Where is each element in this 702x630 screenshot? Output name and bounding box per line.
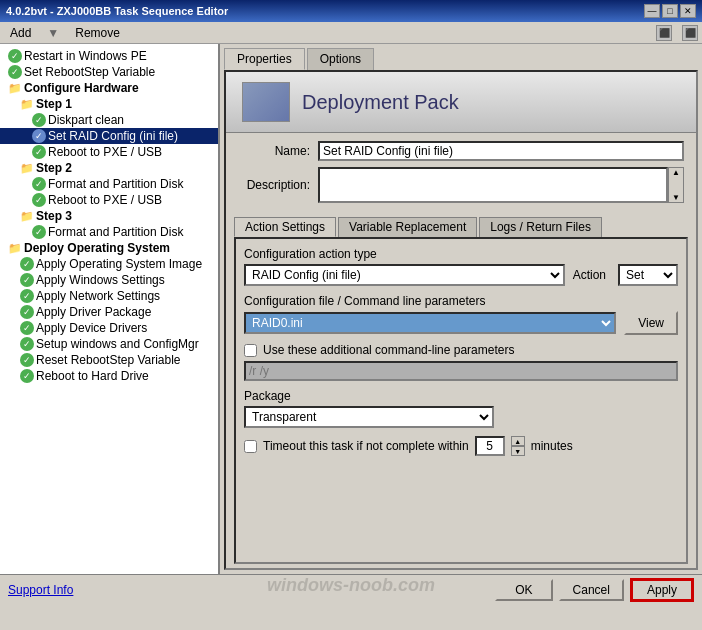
minimize-button[interactable]: — (644, 4, 660, 18)
bottom-bar: Support Info OK Cancel Apply (0, 574, 702, 604)
tree-item-apply-windows-settings[interactable]: ✓ Apply Windows Settings (0, 272, 218, 288)
timeout-checkbox[interactable] (244, 440, 257, 453)
menu-remove[interactable]: Remove (69, 24, 126, 42)
content-area: Deployment Pack Name: Description: ▲ ▼ (224, 70, 698, 570)
tree-label: Step 2 (36, 161, 72, 175)
description-textarea[interactable] (318, 167, 668, 203)
config-type-row: RAID Config (ini file) Action Set (244, 264, 678, 286)
left-panel: ✓ Restart in Windows PE ✓ Set RebootStep… (0, 44, 220, 574)
config-file-select[interactable]: RAID0.ini (244, 312, 616, 334)
tree-item-diskpart-clean[interactable]: ✓ Diskpart clean (0, 112, 218, 128)
right-panel: Properties Options Deployment Pack Name:… (220, 44, 702, 574)
view-button[interactable]: View (624, 311, 678, 335)
tree-item-configure-hardware[interactable]: 📁 Configure Hardware (0, 80, 218, 96)
tree-label: Configure Hardware (24, 81, 139, 95)
name-label: Name: (238, 144, 318, 158)
main-container: ✓ Restart in Windows PE ✓ Set RebootStep… (0, 44, 702, 574)
title-bar: 4.0.2bvt - ZXJ000BB Task Sequence Editor… (0, 0, 702, 22)
tree-item-deploy-os[interactable]: 📁 Deploy Operating System (0, 240, 218, 256)
timeout-label: Timeout this task if not complete within (263, 439, 469, 453)
tree-item-step3[interactable]: 📁 Step 3 (0, 208, 218, 224)
window-controls: — □ ✕ (644, 4, 696, 18)
tree-item-apply-os-image[interactable]: ✓ Apply Operating System Image (0, 256, 218, 272)
window-title: 4.0.2bvt - ZXJ000BB Task Sequence Editor (6, 5, 228, 17)
check-icon: ✓ (32, 113, 46, 127)
tree-item-reboot-pxe-1[interactable]: ✓ Reboot to PXE / USB (0, 144, 218, 160)
tree-label: Step 3 (36, 209, 72, 223)
folder-icon: 📁 (20, 97, 34, 111)
action-label: Action (573, 268, 606, 282)
cancel-button[interactable]: Cancel (559, 579, 624, 601)
additional-params-checkbox[interactable] (244, 344, 257, 357)
name-row: Name: (238, 141, 684, 161)
tree-item-restart-windows-pe[interactable]: ✓ Restart in Windows PE (0, 48, 218, 64)
folder-icon: 📁 (20, 161, 34, 175)
tree-item-apply-driver-package[interactable]: ✓ Apply Driver Package (0, 304, 218, 320)
timeout-unit-label: minutes (531, 439, 573, 453)
tree-item-reboot-harddrive[interactable]: ✓ Reboot to Hard Drive (0, 368, 218, 384)
scroll-up-icon[interactable]: ▲ (672, 168, 680, 177)
config-file-row: RAID0.ini View (244, 311, 678, 335)
tree-item-format-partition-2[interactable]: ✓ Format and Partition Disk (0, 224, 218, 240)
tree-item-set-raid-config[interactable]: ✓ Set RAID Config (ini file) (0, 128, 218, 144)
maximize-button[interactable]: □ (662, 4, 678, 18)
config-type-select[interactable]: RAID Config (ini file) (244, 264, 565, 286)
toolbar-icon-1[interactable]: ⬛ (656, 25, 672, 41)
cmd-input[interactable] (244, 361, 678, 381)
tree-item-format-partition-1[interactable]: ✓ Format and Partition Disk (0, 176, 218, 192)
inner-content: Configuration action type RAID Config (i… (234, 237, 688, 564)
support-info-link[interactable]: Support Info (8, 583, 73, 597)
tree-item-reboot-pxe-2[interactable]: ✓ Reboot to PXE / USB (0, 192, 218, 208)
tree-item-reset-rebootstep[interactable]: ✓ Reset RebootStep Variable (0, 352, 218, 368)
folder-icon: 📁 (8, 81, 22, 95)
check-icon: ✓ (8, 49, 22, 63)
tree-item-setup-windows[interactable]: ✓ Setup windows and ConfigMgr (0, 336, 218, 352)
tree-label: Format and Partition Disk (48, 225, 183, 239)
tree-label: Restart in Windows PE (24, 49, 147, 63)
check-icon: ✓ (20, 353, 34, 367)
tree-label: Setup windows and ConfigMgr (36, 337, 199, 351)
tree-label: Apply Windows Settings (36, 273, 165, 287)
tree-label: Reboot to PXE / USB (48, 193, 162, 207)
dp-title: Deployment Pack (302, 91, 459, 114)
tree-label: Reset RebootStep Variable (36, 353, 181, 367)
tab-variable-replacement[interactable]: Variable Replacement (338, 217, 477, 237)
check-icon: ✓ (20, 305, 34, 319)
action-select[interactable]: Set (618, 264, 678, 286)
spinner-up-button[interactable]: ▲ (511, 436, 525, 446)
check-icon: ✓ (32, 193, 46, 207)
tree-label: Apply Driver Package (36, 305, 151, 319)
description-row: Description: ▲ ▼ (238, 167, 684, 203)
check-icon: ✓ (32, 129, 46, 143)
menu-add[interactable]: Add (4, 24, 37, 42)
check-icon: ✓ (20, 321, 34, 335)
description-scrollbar[interactable]: ▲ ▼ (668, 167, 684, 203)
timeout-row: Timeout this task if not complete within… (244, 436, 678, 456)
dp-header: Deployment Pack (226, 72, 696, 133)
menu-separator: ▼ (47, 26, 59, 40)
scroll-down-icon[interactable]: ▼ (672, 193, 680, 202)
package-select[interactable]: Transparent (244, 406, 494, 428)
tree-label: Apply Operating System Image (36, 257, 202, 271)
close-button[interactable]: ✕ (680, 4, 696, 18)
tab-action-settings[interactable]: Action Settings (234, 217, 336, 237)
tree-label: Step 1 (36, 97, 72, 111)
apply-button[interactable]: Apply (630, 578, 694, 602)
tree-item-apply-device-drivers[interactable]: ✓ Apply Device Drivers (0, 320, 218, 336)
tree-item-set-rebootstep[interactable]: ✓ Set RebootStep Variable (0, 64, 218, 80)
inner-tab-bar: Action Settings Variable Replacement Log… (226, 213, 696, 237)
tree-item-step1[interactable]: 📁 Step 1 (0, 96, 218, 112)
name-input[interactable] (318, 141, 684, 161)
ok-button[interactable]: OK (495, 579, 552, 601)
tree-item-apply-network-settings[interactable]: ✓ Apply Network Settings (0, 288, 218, 304)
toolbar-icon-2[interactable]: ⬛ (682, 25, 698, 41)
tab-logs-return-files[interactable]: Logs / Return Files (479, 217, 602, 237)
timeout-value-input[interactable] (475, 436, 505, 456)
dp-logo (242, 82, 290, 122)
spinner-down-button[interactable]: ▼ (511, 446, 525, 456)
tree-item-step2[interactable]: 📁 Step 2 (0, 160, 218, 176)
check-icon: ✓ (20, 273, 34, 287)
tab-options[interactable]: Options (307, 48, 374, 70)
check-icon: ✓ (8, 65, 22, 79)
tab-properties[interactable]: Properties (224, 48, 305, 70)
